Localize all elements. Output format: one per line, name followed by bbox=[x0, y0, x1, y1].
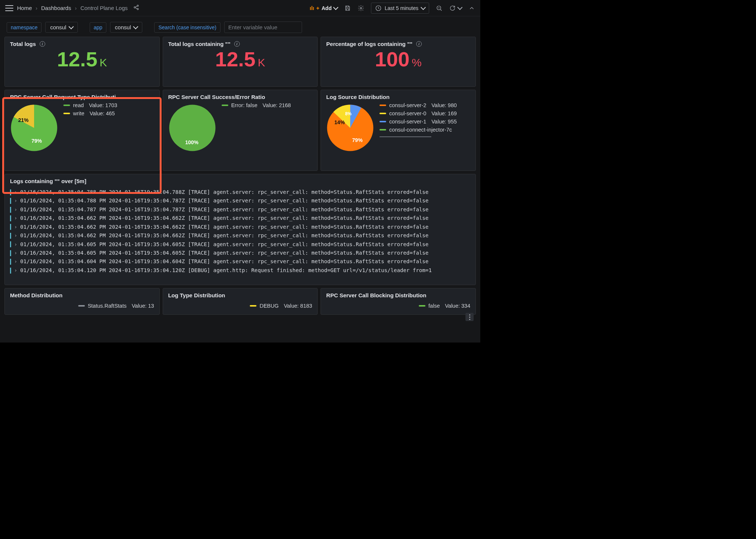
breadcrumb-home[interactable]: Home bbox=[17, 5, 32, 11]
legend-swatch bbox=[63, 105, 70, 106]
pie-chart: 100% bbox=[168, 104, 216, 152]
legend-key: write bbox=[73, 110, 84, 116]
log-level-bar bbox=[10, 259, 11, 265]
log-line[interactable]: ›01/16/2024, 01:35:04.662 PM 2024-01-16T… bbox=[10, 214, 470, 222]
expand-icon[interactable]: › bbox=[14, 266, 17, 275]
legend: Error: falseValue: 2168 bbox=[222, 100, 312, 108]
log-text: 01/16/2024, 01:35:04.662 PM 2024-01-16T1… bbox=[20, 214, 429, 222]
panel-title: RPC Server Call Request Type Distributi… bbox=[10, 94, 122, 100]
expand-icon[interactable]: › bbox=[14, 205, 17, 214]
breadcrumb-dashboards[interactable]: Dashboards bbox=[41, 5, 71, 11]
expand-icon[interactable]: › bbox=[14, 257, 17, 266]
panel-title: Percentage of logs containing "" bbox=[326, 41, 412, 47]
pie-pct-read: 79% bbox=[32, 138, 42, 144]
var-search-input[interactable] bbox=[224, 22, 302, 33]
share-icon[interactable] bbox=[133, 4, 140, 12]
add-button[interactable]: ılı+ Add bbox=[310, 5, 338, 11]
log-line[interactable]: ›01/16/2024, 01:35:04.662 PM 2024-01-16T… bbox=[10, 223, 470, 231]
panel-rpc-blocking-distribution[interactable]: RPC Server Call Blocking Distribution fa… bbox=[321, 288, 476, 315]
add-label: Add bbox=[322, 5, 332, 11]
log-line[interactable]: ›01/16/2024, 01:35:04.605 PM 2024-01-16T… bbox=[10, 249, 470, 257]
log-level-bar bbox=[10, 241, 11, 247]
log-level-bar bbox=[10, 250, 11, 256]
var-namespace-select[interactable]: consul bbox=[45, 22, 77, 33]
panel-total-logs[interactable]: Total logs 12.5 K bbox=[4, 37, 160, 87]
panel-rpc-success-ratio[interactable]: RPC Server Call Success/Error Ratio 100%… bbox=[163, 90, 318, 171]
var-app-select[interactable]: consul bbox=[110, 22, 142, 33]
panel-title: Total logs containing "" bbox=[168, 41, 231, 47]
log-line[interactable]: ›01/16/2024, 01:35:04.787 PM 2024-01-16T… bbox=[10, 205, 470, 214]
panel-title: Method Distribution bbox=[10, 292, 63, 298]
pie-pct: 100% bbox=[185, 139, 199, 145]
chevron-down-icon bbox=[333, 4, 338, 10]
log-line[interactable]: ›01/16/2024, 01:35:04.605 PM 2024-01-16T… bbox=[10, 240, 470, 249]
panel-title: Total logs bbox=[10, 41, 36, 47]
gear-icon[interactable] bbox=[358, 5, 364, 11]
log-line[interactable]: ›01/16/2024, 01:35:04.788 PM 2024-01-16T… bbox=[10, 196, 470, 205]
log-text: 01/16/2024, 01:35:04.788 PM 2024-01-16T1… bbox=[20, 188, 429, 196]
legend-value: Value: 1703 bbox=[89, 102, 117, 108]
panel-total-containing[interactable]: Total logs containing "" 12.5 K bbox=[163, 37, 318, 87]
zoom-out-icon[interactable] bbox=[436, 5, 442, 11]
legend-swatch bbox=[63, 113, 70, 114]
expand-icon[interactable]: › bbox=[14, 249, 17, 257]
panel-log-type-distribution[interactable]: Log Type Distribution DEBUGValue: 8183 bbox=[163, 288, 318, 315]
info-icon[interactable] bbox=[234, 41, 240, 47]
stat-value: 12.5 bbox=[215, 47, 255, 71]
log-line[interactable]: ›01/16/2024, 01:35:04.120 PM 2024-01-16T… bbox=[10, 266, 470, 275]
collapse-icon[interactable] bbox=[468, 5, 475, 11]
log-level-bar bbox=[10, 224, 11, 230]
log-text: 01/16/2024, 01:35:04.662 PM 2024-01-16T1… bbox=[20, 223, 429, 231]
legend-value: Value: 955 bbox=[431, 119, 457, 125]
stat-value: 12.5 bbox=[57, 47, 97, 71]
info-icon[interactable] bbox=[40, 41, 45, 47]
expand-icon[interactable]: › bbox=[14, 223, 17, 231]
time-range-button[interactable]: Last 5 minutes bbox=[371, 3, 429, 14]
chevron-right-icon: › bbox=[75, 5, 77, 11]
legend-value: Value: 8183 bbox=[284, 303, 312, 309]
log-line[interactable]: ›01/16/2024, 01:35:04.604 PM 2024-01-16T… bbox=[10, 257, 470, 266]
log-text: 01/16/2024, 01:35:04.605 PM 2024-01-16T1… bbox=[20, 240, 429, 249]
panel-logs[interactable]: Logs containing "" over [5m] ›01/16/2024… bbox=[4, 174, 476, 285]
panel-log-source[interactable]: Log Source Distribution 79% 14% 8% consu… bbox=[321, 90, 476, 171]
legend-scrollbar[interactable] bbox=[379, 136, 431, 137]
chevron-down-icon bbox=[69, 24, 74, 29]
save-icon[interactable] bbox=[344, 5, 351, 11]
pie-chart: 79% 14% 8% bbox=[326, 104, 374, 152]
chevron-down-icon bbox=[457, 4, 462, 10]
info-icon[interactable] bbox=[416, 41, 422, 47]
legend-key: Error: false bbox=[231, 102, 258, 108]
menu-icon[interactable] bbox=[5, 4, 13, 12]
legend-key: consul-server-1 bbox=[389, 119, 426, 125]
log-level-bar bbox=[10, 233, 11, 239]
breadcrumb-current: Control Plane Logs bbox=[80, 5, 128, 11]
expand-icon[interactable]: › bbox=[14, 188, 17, 196]
expand-icon[interactable]: › bbox=[14, 214, 17, 222]
stat-unit: K bbox=[258, 56, 265, 69]
log-list[interactable]: ›01/16/2024, 01:35:04.788 PM 2024-01-16T… bbox=[10, 188, 470, 275]
expand-icon[interactable]: › bbox=[14, 196, 17, 205]
stat-value: 100 bbox=[375, 47, 410, 71]
panel-menu-icon[interactable] bbox=[465, 313, 474, 321]
expand-icon[interactable]: › bbox=[14, 240, 17, 249]
legend-key: Status.RaftStats bbox=[88, 303, 127, 309]
panel-title: Log Source Distribution bbox=[326, 94, 389, 100]
log-line[interactable]: ›01/16/2024, 01:35:04.662 PM 2024-01-16T… bbox=[10, 231, 470, 240]
pie-pct-mid: 14% bbox=[334, 119, 345, 125]
log-text: 01/16/2024, 01:35:04.787 PM 2024-01-16T1… bbox=[20, 205, 429, 214]
panel-rpc-request-type[interactable]: RPC Server Call Request Type Distributi…… bbox=[4, 90, 160, 171]
var-app-label: app bbox=[90, 22, 106, 33]
log-level-bar bbox=[10, 207, 11, 213]
expand-icon[interactable]: › bbox=[14, 231, 17, 240]
legend-key: false bbox=[428, 303, 440, 309]
log-text: 01/16/2024, 01:35:04.605 PM 2024-01-16T1… bbox=[20, 249, 429, 257]
legend-value: Value: 13 bbox=[132, 303, 154, 309]
log-text: 01/16/2024, 01:35:04.604 PM 2024-01-16T1… bbox=[20, 257, 429, 266]
time-range-label: Last 5 minutes bbox=[385, 5, 418, 11]
refresh-icon[interactable] bbox=[449, 5, 462, 11]
log-level-bar bbox=[10, 268, 11, 274]
panel-method-distribution[interactable]: Method Distribution Status.RaftStatsValu… bbox=[4, 288, 160, 315]
panel-percentage[interactable]: Percentage of logs containing "" 100 % bbox=[321, 37, 476, 87]
log-line[interactable]: ›01/16/2024, 01:35:04.788 PM 2024-01-16T… bbox=[10, 188, 470, 196]
legend-value: Value: 169 bbox=[431, 110, 457, 116]
